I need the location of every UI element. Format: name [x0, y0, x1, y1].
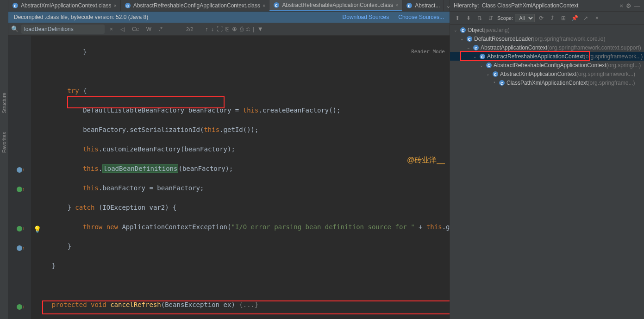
overridden-icon[interactable] [17, 304, 22, 310]
tab-label: AbstractRefreshableConfigApplicationCont… [133, 2, 260, 9]
editor-tab[interactable]: c AbstractXmlApplicationContext.class × [8, 0, 121, 11]
implements-icon[interactable] [17, 187, 22, 192]
scope-select[interactable]: All [515, 14, 535, 22]
decompiled-text: Decompiled .class file, bytecode version… [14, 14, 148, 20]
tree-row[interactable]: ⌄cObject (java.lang) [450, 25, 644, 34]
class-hierarchy-icon[interactable]: ⬆ [453, 15, 462, 21]
class-icon: c [460, 27, 466, 33]
toolbar-icon[interactable]: ⎌ [246, 25, 250, 32]
expand-icon[interactable]: ⌄ [453, 28, 458, 32]
tree-row[interactable]: ⌄cAbstractRefreshableConfigApplicationCo… [450, 61, 644, 69]
editor-tab[interactable]: c AbstractRefreshableApplicationContext.… [269, 0, 402, 11]
override-icon[interactable] [17, 167, 22, 173]
supertypes-icon[interactable]: ⬇ [464, 15, 473, 21]
choose-sources-link[interactable]: Choose Sources... [398, 14, 444, 20]
class-icon: c [466, 36, 473, 42]
class-icon: c [492, 71, 499, 77]
hierarchy-panel: Hierarchy: Class ClassPathXmlApplication… [450, 0, 644, 319]
svg-text:c: c [500, 81, 503, 86]
decompiled-info-bar: Decompiled .class file, bytecode version… [8, 12, 450, 23]
close-toolbar-icon[interactable]: × [592, 15, 601, 21]
svg-text:c: c [475, 45, 477, 50]
minimize-icon[interactable]: — [634, 2, 640, 9]
new-window-icon[interactable]: ⎘ [225, 25, 229, 32]
svg-text:c: c [14, 3, 17, 8]
tree-row[interactable]: ⌄cAbstractApplicationContext (org.spring… [450, 43, 644, 52]
close-icon[interactable]: × [263, 3, 265, 8]
export-icon[interactable]: ↗ [581, 15, 590, 21]
tree-row[interactable]: ⌄cAbstractXmlApplicationContext (org.spr… [450, 69, 644, 78]
side-tab-structure[interactable]: Structure [1, 93, 7, 113]
editor-tabs: c AbstractXmlApplicationContext.class × … [8, 0, 450, 12]
down-arrow-icon: ↓ [22, 304, 28, 310]
package-name: (org.springframework...) [584, 53, 643, 60]
tree-row[interactable]: ⌄cDefaultResourceLoader (org.springframe… [450, 34, 644, 43]
up-arrow-icon: ↑ [22, 167, 28, 173]
svg-text:c: c [481, 54, 484, 59]
side-tab-favorites[interactable]: Favorites [1, 132, 7, 153]
svg-text:c: c [408, 3, 411, 8]
tree-row[interactable]: ⌄cAbstractRefreshableApplicationContext … [450, 52, 644, 61]
whole-word-button[interactable]: W [144, 25, 154, 33]
implements-icon[interactable] [17, 226, 22, 231]
expand-icon[interactable]: ⌄ [466, 45, 471, 50]
select-all-icon[interactable]: ⛶ [217, 25, 223, 32]
expand-icon[interactable]: ⌄ [459, 37, 465, 41]
editor-gutter: ↑ ↑ ↑ ↑ ↓ 💡 [8, 36, 31, 319]
prev-match-icon[interactable]: ↑ [205, 25, 208, 32]
hierarchy-tree[interactable]: ⌄cObject (java.lang)⌄cDefaultResourceLoa… [450, 25, 644, 319]
class-icon: c [473, 44, 479, 51]
gear-icon[interactable]: ⚙ [626, 2, 631, 9]
svg-text:c: c [462, 28, 464, 33]
class-name: DefaultResourceLoader [474, 36, 533, 42]
watermark: @砖业洋__ [407, 155, 445, 165]
tab-label: AbstractRefreshableApplicationContext.cl… [282, 2, 393, 8]
package-name: (org.springframe...) [588, 80, 635, 86]
reader-mode-link[interactable]: Reader Mode [411, 47, 445, 56]
prev-search-icon[interactable]: ◁ [118, 25, 127, 33]
add-selection-icon[interactable]: ⊕ [232, 25, 237, 32]
download-sources-link[interactable]: Download Sources [343, 14, 389, 20]
regex-button[interactable]: .* [156, 25, 165, 33]
expand-icon[interactable]: * [492, 81, 497, 85]
clear-search-icon[interactable]: × [107, 25, 115, 33]
close-icon[interactable]: × [395, 2, 398, 8]
expand-icon[interactable]: ⊞ [559, 15, 568, 21]
toolbar-sep-icon: | [253, 25, 254, 32]
class-file-icon: c [125, 2, 131, 9]
tree-row[interactable]: *cClassPathXmlApplicationContext (org.sp… [450, 78, 644, 87]
class-icon: c [479, 53, 486, 60]
match-count: 2/2 [186, 26, 193, 32]
expand-icon[interactable]: ⌄ [485, 72, 491, 76]
editor-tab[interactable]: c Abstract... [402, 0, 444, 11]
side-tool-strip: Structure Favorites [0, 0, 8, 319]
class-icon: c [486, 62, 492, 69]
svg-text:c: c [488, 63, 490, 68]
search-input[interactable] [21, 25, 105, 34]
class-name: AbstractRefreshableApplicationContext [487, 53, 584, 60]
subtypes-icon[interactable]: ⇅ [475, 15, 484, 21]
package-name: (org.springframework...) [576, 71, 635, 77]
match-case-button[interactable]: Cc [130, 25, 141, 33]
toolbar-icon[interactable]: ⎙ [240, 25, 244, 32]
close-icon[interactable]: × [619, 2, 623, 9]
override-icon[interactable] [17, 245, 22, 251]
editor-tab[interactable]: c AbstractRefreshableConfigApplicationCo… [121, 0, 270, 11]
sort-icon[interactable]: ⇵ [486, 15, 495, 21]
package-name: (org.springframework.context.support) [547, 44, 641, 51]
class-file-icon: c [406, 2, 413, 9]
filter-icon[interactable]: ▼ [257, 25, 263, 32]
autoscroll-icon[interactable]: ⤴ [548, 15, 557, 21]
refresh-icon[interactable]: ⟳ [537, 15, 546, 21]
class-name: Object [468, 27, 484, 33]
pin-icon[interactable]: 📌 [570, 15, 579, 21]
tabs-dropdown-icon[interactable]: ⌄ [444, 2, 450, 9]
expand-icon[interactable]: ⌄ [479, 63, 484, 68]
up-arrow-icon: ↑ [22, 187, 28, 192]
close-icon[interactable]: × [113, 3, 116, 8]
package-name: (org.springframework.core.io) [533, 36, 606, 42]
next-match-icon[interactable]: ↓ [211, 25, 214, 32]
expand-icon[interactable]: ⌄ [472, 54, 478, 59]
code-editor[interactable]: } try { DefaultListableBeanFactory beanF… [31, 36, 450, 319]
hierarchy-title: Class ClassPathXmlApplicationContext [482, 2, 617, 9]
